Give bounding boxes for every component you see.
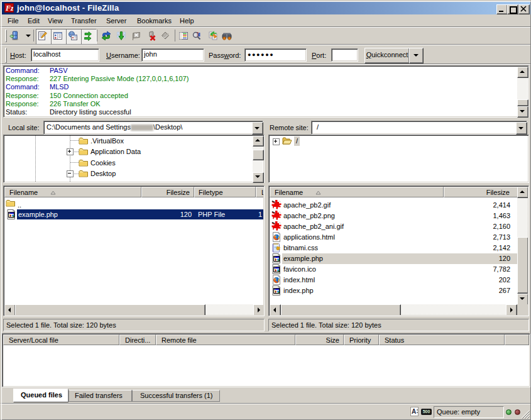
svg-text:Fz: Fz (5, 4, 13, 12)
